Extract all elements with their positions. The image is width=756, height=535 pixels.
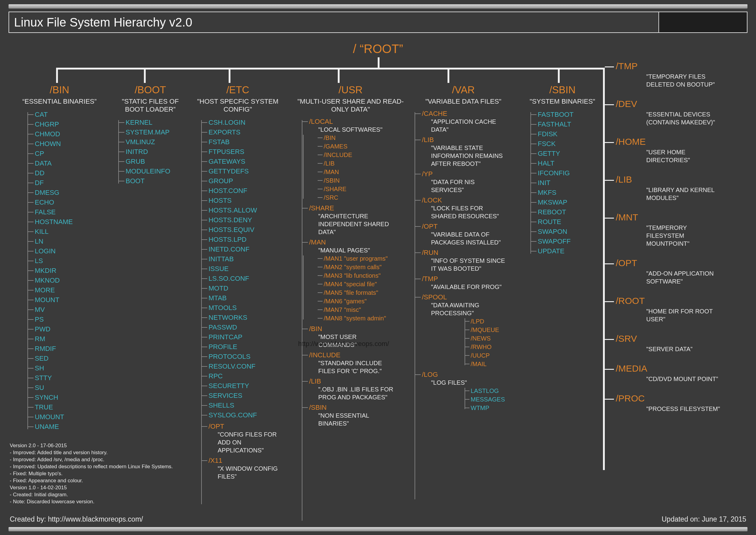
- dir-item: MKSWAP: [538, 198, 601, 207]
- dir-item: HOST.CONF: [209, 186, 280, 196]
- dir-item: PWD: [35, 324, 98, 334]
- side-dir: /TMP"TEMPORARY FILES DELETED ON BOOTUP": [616, 61, 725, 88]
- col-etc: /ETC "HOST SPECFIC SYSTEM CONFIG" CSH.LO…: [195, 84, 280, 480]
- col-etc-items: CSH.LOGINEXPORTSFSTABFTPUSERSGATEWAYSGET…: [195, 118, 280, 480]
- col-bin-head: /BIN: [21, 84, 98, 96]
- dir-item: SERVICES: [209, 391, 280, 401]
- dir-item: SHELLS: [209, 401, 280, 410]
- changelog-line: - Improved: Updated descriptions to refl…: [10, 463, 173, 470]
- sub-dir-desc: "APPLICATION CACHE DATA": [422, 118, 507, 133]
- dir-item: CP: [35, 149, 98, 158]
- sub-dir-desc: "DATA FOR NIS SERVICES”: [422, 178, 507, 194]
- sub-dir: /LOCK: [422, 196, 518, 204]
- sub-items: /BIN/GAMES/INCLUDE/LIB/MAN/SBIN/SHARE/SR…: [309, 133, 406, 202]
- dir-item: SED: [35, 353, 98, 363]
- sub-dir-desc: "LOG FILES": [422, 379, 507, 386]
- sub-item: /MAN: [324, 168, 406, 176]
- dir-item: SYSTEM.MAP: [126, 127, 188, 137]
- dir-item: RMDIF: [35, 344, 98, 353]
- dir-item: LS.SO.CONF: [209, 274, 280, 284]
- dir-item: RESOLV.CONF: [209, 361, 280, 371]
- dir-item: ECHO: [35, 198, 98, 207]
- dir-item: FASTHALT: [538, 120, 601, 129]
- side-dir: /OPT"ADD-ON APPLICATION SOFTWARE": [616, 258, 725, 285]
- sub-dir-desc: "INFO OF SYSTEM SINCE IT WAS BOOTED": [422, 257, 507, 272]
- dir-item: MORE: [35, 285, 98, 295]
- tree-subline: [302, 120, 302, 521]
- dir-item: MV: [35, 305, 98, 315]
- side-dir-desc: "USER HOME DIRECTORIES": [616, 148, 725, 164]
- dir-item: GETTYDEFS: [209, 166, 280, 176]
- dir-item: HOSTNAME: [35, 217, 98, 227]
- sub-items: LASTLOGMESSAGESWTMP: [422, 386, 518, 412]
- col-var-subs: /CACHE"APPLICATION CACHE DATA"/LIB"VARIA…: [408, 110, 518, 412]
- dir-item: LS: [35, 256, 98, 266]
- tree-subline: [464, 318, 465, 365]
- dir-item: UNAME: [35, 422, 98, 432]
- col-etc-desc: "HOST SPECFIC SYSTEM CONFIG": [195, 98, 280, 113]
- sub-dir-desc: "NON ESSENTIAL BINARIES": [309, 411, 394, 427]
- sub-dir-desc: "LOCAL SOFTWARES": [309, 126, 394, 133]
- sub-item: /MAN4 "special file": [324, 280, 406, 288]
- sub-item: LASTLOG: [471, 386, 518, 395]
- col-bin: /BIN “ESSENTIAL BINARIES” CATCHGRPCHMODC…: [21, 84, 98, 432]
- dir-item: LOGIN: [35, 246, 98, 256]
- sub-dir: /LOG: [422, 371, 518, 379]
- dir-item: KILL: [35, 227, 98, 237]
- sub-item: /MAN8 "system admin": [324, 314, 406, 323]
- sub-dir: /YP: [422, 170, 518, 178]
- tree-subline: [303, 135, 304, 199]
- col-boot: /BOOT "STATIC FILES OF BOOT LOADER” KERN…: [112, 84, 188, 186]
- sub-item: /MAN5 "file formats": [324, 288, 406, 297]
- changelog-line: Version 2.0 - 17-06-2015: [10, 442, 173, 449]
- sub-item: /RWHO: [471, 343, 518, 351]
- dir-item: CHMOD: [35, 129, 98, 139]
- sub-dir: /MAN: [309, 239, 406, 246]
- sub-dir-desc: "X WINDOW CONFIG FILES”: [209, 465, 280, 480]
- dir-item: HOSTS.EQUIV: [209, 225, 280, 235]
- dir-item: IFCONFIG: [538, 168, 601, 178]
- side-dir-desc: "SERVER DATA”: [616, 345, 725, 353]
- col-sbin-items: FASTBOOTFASTHALTFDISKFSCKGETTYHALTIFCONF…: [524, 110, 601, 256]
- col-usr: /USR "MULTI-USER SHARE AND READ-ONLY DAT…: [296, 84, 406, 427]
- dir-item: DD: [35, 168, 98, 178]
- dir-item: PROTOCOLS: [209, 352, 280, 361]
- changelog: Version 2.0 - 17-06-2015- Improved: Adde…: [10, 442, 173, 505]
- sub-dir-desc: "LOCK FILES FOR SHARED RESOURCES": [422, 204, 507, 220]
- dir-item: FALSE: [35, 207, 98, 217]
- col-boot-items: KERNELSYSTEM.MAPVMLINUZINITRDGRUBMODULEI…: [112, 118, 188, 186]
- created-by: Created by: http://www.blackmoreops.com/: [10, 515, 143, 523]
- sub-item: /MQUEUE: [471, 325, 518, 334]
- dir-item: RPC: [209, 371, 280, 381]
- side-dir-desc: "TEMPORARY FILES DELETED ON BOOTUP": [616, 72, 725, 88]
- dir-item: MODULEINFO: [126, 166, 188, 176]
- dir-item: EXPORTS: [209, 127, 280, 137]
- dir-item: HOSTS.DENY: [209, 215, 280, 225]
- sub-item: /MAN1 "user programs": [324, 254, 406, 263]
- side-dir-desc: "PROCESS FILESYSTEM": [616, 405, 725, 413]
- changelog-line: - Improved: Added /srv, /media and /proc…: [10, 456, 173, 463]
- dir-item: FSTAB: [209, 137, 280, 147]
- dir-item: TRUE: [35, 402, 98, 412]
- dir-item: HOSTS: [209, 196, 280, 206]
- dir-item: UMOUNT: [35, 412, 98, 422]
- sub-items: /MAN1 "user programs"/MAN2 "system calls…: [309, 254, 406, 323]
- sub-dir-desc: "VARIABLE DATA OF PACKAGES INSTALLED": [422, 231, 507, 246]
- sub-dir: /SHARE: [309, 204, 406, 212]
- dir-item: UPDATE: [538, 246, 601, 256]
- sub-dir: /OPT: [422, 223, 518, 231]
- sub-item: /MAN6 "games": [324, 297, 406, 305]
- sub-dir-desc: "STANDARD INCLUDE FILES FOR 'C' PROG.": [309, 359, 394, 375]
- dir-item: MKNOD: [35, 276, 98, 285]
- sub-item: /SBIN: [324, 176, 406, 185]
- dir-item: SECURETTY: [209, 381, 280, 391]
- side-dir-head: /TMP: [616, 61, 725, 71]
- dir-item: DF: [35, 178, 98, 188]
- dir-item: GATEWAYS: [209, 157, 280, 166]
- sub-dir: /SBIN: [309, 404, 406, 411]
- side-dir: /ROOT"HOME DIR FOR ROOT USER": [616, 296, 725, 323]
- dir-item: SU: [35, 383, 98, 393]
- dir-item: CAT: [35, 110, 98, 120]
- sub-item: /BIN: [324, 133, 406, 142]
- sub-dir: /LIB: [422, 136, 518, 144]
